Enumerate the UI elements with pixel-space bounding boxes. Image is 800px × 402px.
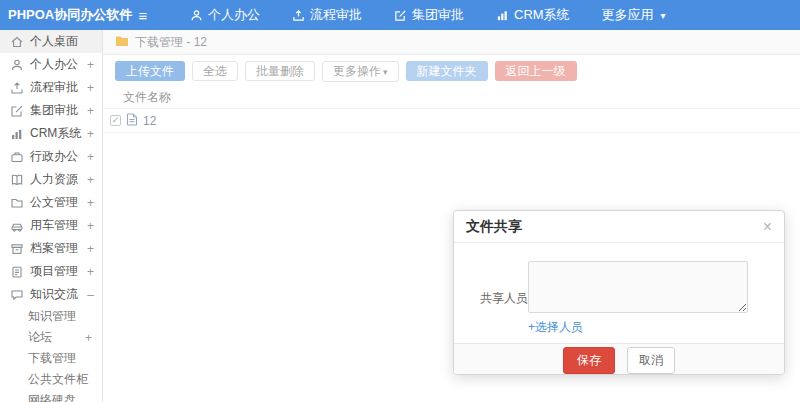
sidebar-subitem-label: 网络硬盘 <box>28 392 82 402</box>
sidebar: 个人桌面 个人办公 + 流程审批 + 集团审批 + CRM系统 + <box>0 30 103 402</box>
nav-label: CRM系统 <box>514 6 570 24</box>
file-share-modal: 文件共享 × 共享人员 +选择人员 保存 取消 <box>453 210 785 375</box>
save-button[interactable]: 保存 <box>563 347 615 374</box>
row-checkbox[interactable]: ✓ <box>110 115 121 126</box>
sidebar-item-document-mgmt[interactable]: 公文管理 + <box>0 191 102 214</box>
expand-icon[interactable]: + <box>82 331 92 345</box>
expand-icon[interactable]: + <box>84 242 94 256</box>
menu-toggle-icon[interactable]: ≡ <box>128 7 158 24</box>
modal-footer: 保存 取消 <box>454 343 784 375</box>
expand-icon[interactable]: + <box>84 81 94 95</box>
back-button[interactable]: 返回上一级 <box>495 61 577 81</box>
sidebar-item-project-mgmt[interactable]: 项目管理 + <box>0 260 102 283</box>
expand-icon[interactable]: + <box>84 173 94 187</box>
nav-label: 更多应用 <box>602 6 654 24</box>
expand-icon[interactable]: + <box>84 58 94 72</box>
file-name-column-header: 文件名称 <box>123 89 171 106</box>
nav-label: 流程审批 <box>310 6 362 24</box>
app-window: PHPOA协同办公软件 ≡ 个人办公 流程审批 集团审批 CRM系统 更多应用 … <box>0 0 800 402</box>
sidebar-item-personal-office[interactable]: 个人办公 + <box>0 53 102 76</box>
nav-label: 集团审批 <box>412 6 464 24</box>
toolbar: 上传文件 全选 批量删除 更多操作▾ 新建文件夹 返回上一级 <box>103 55 800 79</box>
expand-icon[interactable]: + <box>84 104 94 118</box>
expand-icon[interactable]: + <box>84 150 94 164</box>
sidebar-subitem-label: 公共文件柜 <box>28 371 88 388</box>
user-icon <box>10 58 24 72</box>
modal-title: 文件共享 <box>466 218 763 236</box>
nav-workflow-approval[interactable]: 流程审批 <box>276 0 378 30</box>
modal-body: 共享人员 +选择人员 <box>454 243 784 343</box>
sidebar-item-label: 档案管理 <box>30 240 84 257</box>
sidebar-item-admin-office[interactable]: 行政办公 + <box>0 145 102 168</box>
edit-icon <box>10 104 24 118</box>
user-icon <box>190 9 203 22</box>
sidebar-item-knowledge-exchange[interactable]: 知识交流 – <box>0 283 102 306</box>
topbar: PHPOA协同办公软件 ≡ 个人办公 流程审批 集团审批 CRM系统 更多应用 … <box>0 0 800 30</box>
caret-down-icon: ▾ <box>383 67 388 77</box>
sidebar-item-archive-mgmt[interactable]: 档案管理 + <box>0 237 102 260</box>
expand-icon[interactable]: + <box>84 219 94 233</box>
batch-delete-button[interactable]: 批量删除 <box>245 61 315 81</box>
sidebar-item-label: 用车管理 <box>30 217 84 234</box>
nav-group-approval[interactable]: 集团审批 <box>378 0 480 30</box>
nav-label: 个人办公 <box>208 6 260 24</box>
car-icon <box>10 219 24 233</box>
folder-icon <box>115 33 129 51</box>
expand-icon[interactable]: + <box>84 265 94 279</box>
upload-file-button[interactable]: 上传文件 <box>115 61 185 81</box>
sidebar-subitem-knowledge-mgmt[interactable]: 知识管理 <box>0 306 102 327</box>
sidebar-subitem-download-mgmt[interactable]: 下载管理 <box>0 348 102 369</box>
app-logo: PHPOA协同办公软件 <box>0 6 128 24</box>
expand-icon[interactable]: + <box>84 196 94 210</box>
workflow-icon <box>10 81 24 95</box>
sidebar-item-label: CRM系统 <box>30 125 84 142</box>
file-icon <box>126 112 138 130</box>
folder-icon <box>10 196 24 210</box>
archive-icon <box>10 242 24 256</box>
more-actions-button[interactable]: 更多操作▾ <box>322 61 399 82</box>
more-actions-label: 更多操作 <box>333 64 381 78</box>
sidebar-item-workflow-approval[interactable]: 流程审批 + <box>0 76 102 99</box>
workflow-icon <box>292 9 305 22</box>
sidebar-subitem-public-file-cabinet[interactable]: 公共文件柜 <box>0 369 102 390</box>
sidebar-item-label: 人力资源 <box>30 171 84 188</box>
sidebar-subitem-label: 知识管理 <box>28 308 82 325</box>
close-icon[interactable]: × <box>763 219 772 235</box>
sidebar-item-label: 流程审批 <box>30 79 84 96</box>
new-folder-button[interactable]: 新建文件夹 <box>406 61 488 81</box>
sidebar-item-label: 项目管理 <box>30 263 84 280</box>
sidebar-item-label: 个人办公 <box>30 56 84 73</box>
share-members-textarea[interactable] <box>528 261 748 313</box>
sidebar-item-label: 集团审批 <box>30 102 84 119</box>
breadcrumb-text: 下载管理 - 12 <box>135 34 207 51</box>
sidebar-item-crm[interactable]: CRM系统 + <box>0 122 102 145</box>
nav-personal-office[interactable]: 个人办公 <box>174 0 276 30</box>
sidebar-item-label: 公文管理 <box>30 194 84 211</box>
sidebar-item-vehicle-mgmt[interactable]: 用车管理 + <box>0 214 102 237</box>
sidebar-subitem-label: 下载管理 <box>28 350 82 367</box>
sidebar-subitem-network-disk[interactable]: 网络硬盘 <box>0 390 102 402</box>
briefcase-icon <box>10 150 24 164</box>
sidebar-item-group-approval[interactable]: 集团审批 + <box>0 99 102 122</box>
file-list-header: 文件名称 <box>103 87 800 109</box>
chat-icon <box>10 288 24 302</box>
edit-icon <box>394 9 407 22</box>
modal-header: 文件共享 × <box>454 211 784 243</box>
cancel-button[interactable]: 取消 <box>627 347 675 374</box>
clipboard-icon <box>10 265 24 279</box>
sidebar-item-label: 个人桌面 <box>30 33 84 50</box>
nav-crm[interactable]: CRM系统 <box>480 0 586 30</box>
sidebar-item-hr[interactable]: 人力资源 + <box>0 168 102 191</box>
select-members-link[interactable]: +选择人员 <box>528 319 748 336</box>
collapse-icon[interactable]: – <box>84 288 94 302</box>
select-all-button[interactable]: 全选 <box>192 61 238 81</box>
expand-icon[interactable]: + <box>84 127 94 141</box>
sidebar-item-desktop[interactable]: 个人桌面 <box>0 30 102 53</box>
sidebar-item-label: 行政办公 <box>30 148 84 165</box>
sidebar-subitem-forum[interactable]: 论坛 + <box>0 327 102 348</box>
top-nav: 个人办公 流程审批 集团审批 CRM系统 更多应用 ▾ <box>174 0 682 30</box>
nav-more-apps[interactable]: 更多应用 ▾ <box>586 0 682 30</box>
file-row[interactable]: ✓ 12 <box>103 109 800 133</box>
breadcrumb: 下载管理 - 12 <box>103 30 800 55</box>
file-name[interactable]: 12 <box>143 114 156 128</box>
